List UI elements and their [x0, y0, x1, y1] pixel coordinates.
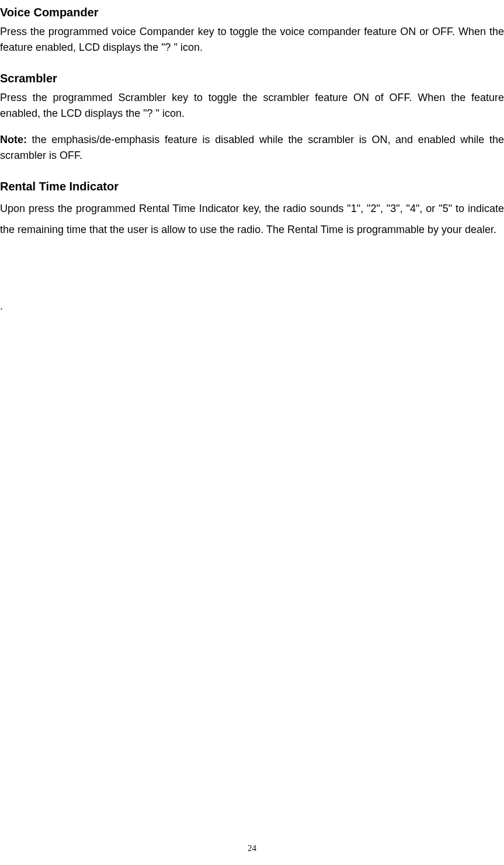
document-content: Voice Compander Press the programmed voi…	[0, 6, 504, 314]
rental-section: Rental Time Indicator Upon press the pro…	[0, 180, 504, 240]
scrambler-note: Note: the emphasis/de-emphasis feature i…	[0, 132, 504, 164]
scrambler-body: Press the programmed Scrambler key to to…	[0, 90, 504, 121]
voice-compander-body: Press the programmed voice Compander key…	[0, 24, 504, 55]
rental-body: Upon press the programmed Rental Time In…	[0, 198, 504, 240]
voice-compander-section: Voice Compander Press the programmed voi…	[0, 6, 504, 55]
note-body: the emphasis/de-emphasis feature is disa…	[0, 134, 504, 161]
voice-compander-heading: Voice Compander	[0, 6, 504, 19]
scrambler-section: Scrambler Press the programmed Scrambler…	[0, 72, 504, 164]
stray-dot: .	[0, 298, 504, 314]
note-label: Note:	[0, 134, 27, 145]
rental-heading: Rental Time Indicator	[0, 180, 504, 193]
scrambler-heading: Scrambler	[0, 72, 504, 85]
page-number: 24	[0, 843, 504, 853]
